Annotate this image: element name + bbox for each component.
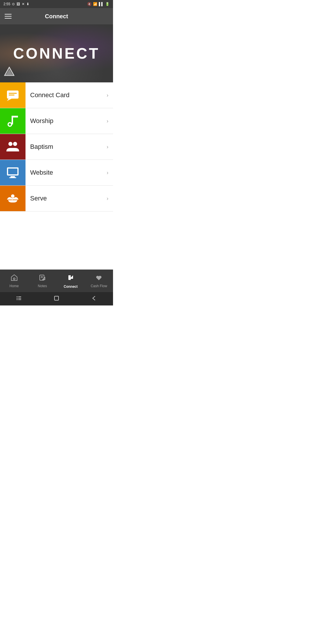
website-icon-box (0, 160, 26, 185)
hamburger-line (5, 18, 12, 19)
svg-point-7 (9, 123, 11, 126)
svg-rect-15 (9, 177, 16, 178)
baptism-chevron: › (107, 144, 113, 150)
sys-back-icon[interactable] (91, 295, 97, 303)
svg-rect-29 (54, 296, 59, 300)
menu-item-connect-card[interactable]: Connect Card › (0, 82, 113, 108)
menu-item-website[interactable]: Website › (0, 160, 113, 186)
image-icon: 🖼 (17, 2, 20, 6)
serve-label: Serve (26, 195, 107, 202)
battery-icon: 🔋 (105, 2, 110, 6)
home-nav-icon (11, 274, 18, 283)
nav-item-cashflow[interactable]: Cash Flow (85, 274, 113, 288)
sys-home-icon[interactable] (53, 295, 60, 303)
worship-chevron: › (107, 118, 113, 124)
svg-point-11 (13, 142, 17, 146)
system-nav-bar (0, 292, 113, 305)
menu-list: Connect Card › Worship › Baptism › (0, 82, 113, 211)
menu-item-serve[interactable]: Serve › (0, 186, 113, 211)
cashflow-nav-icon (95, 274, 102, 283)
notes-nav-icon (39, 274, 46, 283)
worship-label: Worship (26, 117, 107, 125)
connect-nav-label: Connect (64, 285, 78, 289)
nav-item-notes[interactable]: Notes (28, 274, 57, 288)
hamburger-line (5, 16, 12, 17)
website-label: Website (26, 169, 107, 176)
svg-rect-9 (12, 116, 18, 117)
status-left: 2:55 ⊙ 🖼 ✕ ⬇ (3, 2, 29, 6)
svg-point-10 (8, 142, 12, 146)
status-right: 🔇 📶 ▌▌ 🔋 (87, 2, 110, 6)
circle-icon: ⊙ (12, 2, 15, 6)
monitor-icon (6, 166, 20, 180)
church-logo (4, 67, 14, 79)
connect-card-chevron: › (107, 92, 113, 98)
x-icon: ✕ (22, 2, 25, 6)
hamburger-button[interactable] (5, 14, 12, 19)
baptism-label: Baptism (26, 143, 107, 151)
hero-title: CONNECT (13, 45, 100, 62)
header-title: Connect (45, 13, 68, 20)
svg-rect-13 (8, 169, 17, 174)
menu-item-worship[interactable]: Worship › (0, 108, 113, 134)
connect-nav-icon (67, 274, 75, 283)
notes-nav-label: Notes (38, 284, 47, 288)
chat-icon (6, 88, 20, 102)
signal-icon: ▌▌ (99, 2, 104, 6)
svg-rect-14 (10, 176, 15, 177)
svg-rect-5 (9, 95, 14, 95)
mute-icon: 🔇 (87, 2, 92, 6)
connect-card-icon-box (0, 82, 26, 108)
time: 2:55 (3, 2, 10, 6)
connect-card-label: Connect Card (26, 91, 107, 99)
header: Connect (0, 8, 113, 24)
nav-item-home[interactable]: Home (0, 274, 28, 288)
menu-item-baptism[interactable]: Baptism › (0, 134, 113, 160)
sys-menu-icon[interactable] (16, 295, 22, 303)
svg-marker-3 (7, 99, 12, 101)
hamburger-line (5, 14, 12, 15)
home-nav-label: Home (10, 284, 19, 288)
content-spacer (0, 211, 113, 269)
serve-icon-box (0, 186, 26, 211)
serve-chevron: › (107, 196, 113, 202)
nav-item-connect[interactable]: Connect (57, 274, 85, 289)
bottom-nav: Home Notes Connect Cash Flow (0, 269, 113, 292)
music-icon (6, 114, 20, 128)
wifi-icon: 📶 (93, 2, 97, 6)
handshake-icon (6, 191, 20, 205)
people-icon (6, 140, 20, 154)
svg-point-17 (13, 278, 15, 280)
website-chevron: › (107, 170, 113, 176)
cashflow-nav-label: Cash Flow (91, 284, 107, 288)
svg-rect-4 (9, 93, 17, 94)
hero-banner: CONNECT (0, 24, 113, 82)
status-bar: 2:55 ⊙ 🖼 ✕ ⬇ 🔇 📶 ▌▌ 🔋 (0, 0, 113, 8)
svg-point-16 (11, 194, 14, 198)
download-icon: ⬇ (26, 2, 29, 6)
baptism-icon-box (0, 134, 26, 160)
worship-icon-box (0, 108, 26, 134)
